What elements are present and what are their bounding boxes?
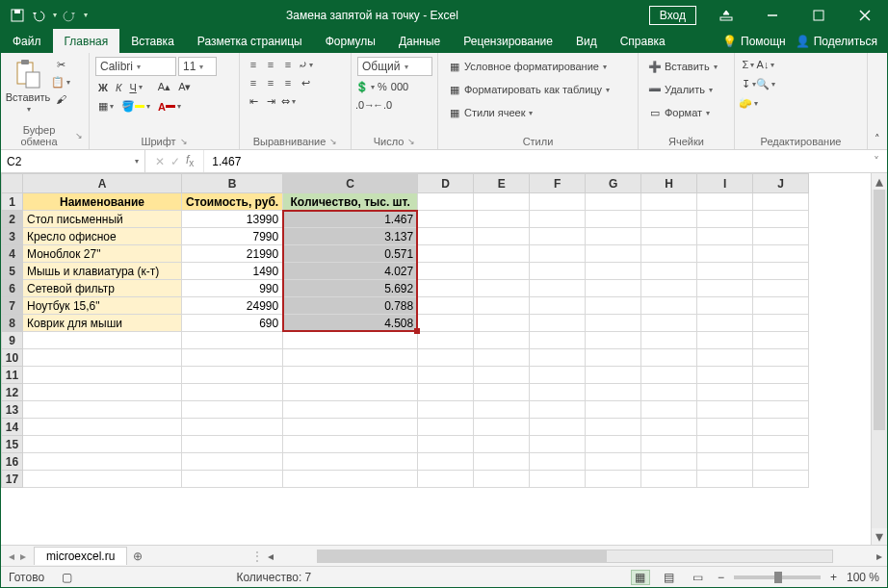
cell[interactable]: 21990 xyxy=(182,245,283,263)
cell[interactable] xyxy=(474,297,530,315)
sheet-tab[interactable]: microexcel.ru xyxy=(34,547,127,565)
cell[interactable] xyxy=(586,332,641,349)
cell[interactable] xyxy=(283,471,418,488)
vertical-scrollbar[interactable]: ▴ ▾ xyxy=(871,173,887,545)
cell[interactable] xyxy=(23,419,182,436)
format-cells-button[interactable]: ▭Формат▾ xyxy=(644,103,713,122)
cell[interactable] xyxy=(753,280,809,297)
cell[interactable] xyxy=(23,384,182,401)
row-header[interactable]: 5 xyxy=(2,263,23,280)
cell[interactable] xyxy=(753,349,809,367)
cell[interactable] xyxy=(474,280,530,297)
cell[interactable] xyxy=(283,401,418,419)
cell[interactable] xyxy=(530,297,586,315)
cell[interactable] xyxy=(586,384,641,401)
row-header[interactable]: 4 xyxy=(2,245,23,263)
cell[interactable] xyxy=(697,401,753,419)
cell[interactable] xyxy=(753,419,809,436)
cell[interactable] xyxy=(530,436,586,453)
delete-cells-button[interactable]: ➖Удалить▾ xyxy=(644,80,716,99)
paste-button[interactable]: Вставить ▾ xyxy=(7,57,49,115)
align-center-icon[interactable]: ≡ xyxy=(263,75,278,90)
cell[interactable] xyxy=(530,332,586,349)
row-header[interactable]: 2 xyxy=(2,211,23,228)
cell[interactable] xyxy=(182,401,283,419)
cell[interactable] xyxy=(530,384,586,401)
scroll-up-icon[interactable]: ▴ xyxy=(872,173,887,190)
cell[interactable]: Кресло офисное xyxy=(23,228,182,245)
row-header[interactable]: 1 xyxy=(2,193,23,211)
font-color-icon[interactable]: A▾ xyxy=(155,99,184,115)
cell[interactable] xyxy=(182,436,283,453)
cell[interactable] xyxy=(753,471,809,488)
percent-icon[interactable]: % xyxy=(375,79,390,94)
cell[interactable] xyxy=(182,453,283,471)
cell[interactable] xyxy=(474,263,530,280)
cell[interactable]: Наименование xyxy=(23,193,182,211)
cell[interactable] xyxy=(182,332,283,349)
cell[interactable] xyxy=(586,263,641,280)
cell[interactable] xyxy=(586,436,641,453)
decrease-font-icon[interactable]: A▾ xyxy=(175,79,194,95)
align-top-icon[interactable]: ≡ xyxy=(246,57,261,72)
cell[interactable] xyxy=(418,436,474,453)
cell[interactable]: 24990 xyxy=(182,297,283,315)
cell[interactable] xyxy=(586,471,641,488)
cell[interactable] xyxy=(641,193,697,211)
cell[interactable] xyxy=(586,367,641,384)
cell[interactable] xyxy=(182,349,283,367)
align-left-icon[interactable]: ≡ xyxy=(246,75,261,90)
cell[interactable] xyxy=(530,263,586,280)
cell[interactable] xyxy=(641,280,697,297)
cell[interactable] xyxy=(23,471,182,488)
wrap-text-icon[interactable]: ↩ xyxy=(298,75,313,90)
borders-icon[interactable]: ▦▾ xyxy=(95,98,117,115)
cell[interactable] xyxy=(697,297,753,315)
cell[interactable] xyxy=(23,401,182,419)
tab-formulas[interactable]: Формулы xyxy=(314,29,387,53)
cut-icon[interactable]: ✂ xyxy=(53,57,68,72)
clear-icon[interactable]: 🧽▾ xyxy=(741,95,756,111)
cell[interactable] xyxy=(474,367,530,384)
row-header[interactable]: 16 xyxy=(2,453,23,471)
decrease-indent-icon[interactable]: ⇤ xyxy=(246,93,261,109)
column-header[interactable]: D xyxy=(418,174,474,193)
column-header[interactable]: C xyxy=(283,174,418,193)
cell[interactable] xyxy=(283,453,418,471)
orientation-icon[interactable]: ⤾▾ xyxy=(298,57,313,72)
cell[interactable] xyxy=(530,401,586,419)
cell[interactable] xyxy=(753,384,809,401)
cell[interactable] xyxy=(474,193,530,211)
cell[interactable] xyxy=(641,453,697,471)
page-break-view-icon[interactable]: ▭ xyxy=(689,570,708,585)
cell[interactable] xyxy=(283,419,418,436)
conditional-formatting-button[interactable]: ▦Условное форматирование▾ xyxy=(444,57,610,76)
enter-formula-icon[interactable]: ✓ xyxy=(170,155,180,168)
cell[interactable] xyxy=(641,471,697,488)
cell[interactable] xyxy=(474,436,530,453)
cell[interactable] xyxy=(418,401,474,419)
cell[interactable] xyxy=(23,453,182,471)
sort-filter-icon[interactable]: A↓▾ xyxy=(758,57,773,72)
cell[interactable] xyxy=(23,367,182,384)
cell[interactable] xyxy=(283,367,418,384)
cell[interactable] xyxy=(182,419,283,436)
cell[interactable]: Стоимость, руб. xyxy=(182,193,283,211)
autosum-icon[interactable]: Σ▾ xyxy=(741,57,756,72)
cell[interactable]: 7990 xyxy=(182,228,283,245)
cell[interactable] xyxy=(697,280,753,297)
cell[interactable]: Мышь и клавиатура (к-т) xyxy=(23,263,182,280)
tab-layout[interactable]: Разметка страницы xyxy=(186,29,314,53)
cell[interactable] xyxy=(641,228,697,245)
cell[interactable] xyxy=(697,332,753,349)
cell[interactable]: Ноутбук 15,6" xyxy=(23,297,182,315)
copy-icon[interactable]: 📋▾ xyxy=(53,74,68,89)
cell[interactable] xyxy=(753,228,809,245)
fill-icon[interactable]: ↧▾ xyxy=(741,76,756,91)
save-icon[interactable] xyxy=(9,7,26,24)
cell[interactable] xyxy=(641,436,697,453)
tab-insert[interactable]: Вставка xyxy=(119,29,186,53)
cell[interactable] xyxy=(697,471,753,488)
cell[interactable]: 0.571 xyxy=(283,245,418,263)
column-header[interactable]: F xyxy=(530,174,586,193)
